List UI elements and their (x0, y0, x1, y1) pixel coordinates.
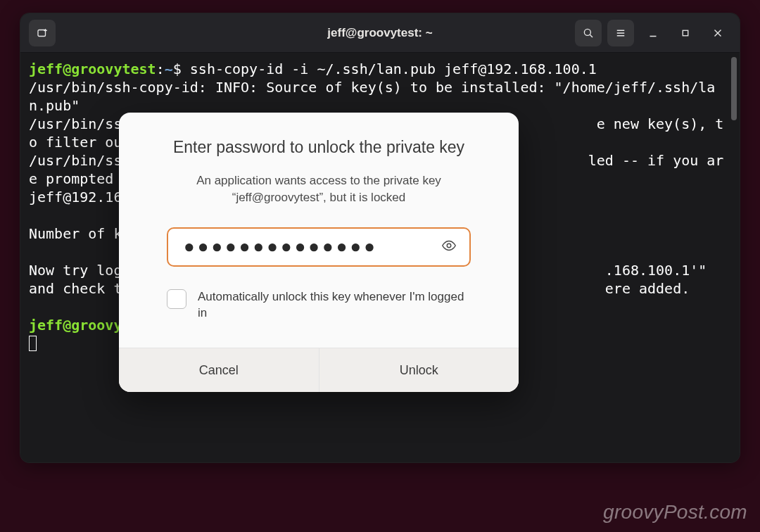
svg-rect-2 (683, 30, 688, 36)
scrollbar-thumb[interactable] (731, 57, 737, 120)
auto-unlock-label: Automatically unlock this key whenever I… (198, 289, 471, 322)
dialog-buttons: Cancel Unlock (119, 348, 519, 392)
term-line: and check t (29, 280, 122, 297)
term-line: Number of k (29, 225, 122, 242)
svg-point-1 (584, 29, 590, 35)
prompt-user-2: jeff@groovy (29, 317, 122, 334)
svg-point-3 (447, 243, 451, 248)
maximize-button[interactable] (672, 20, 699, 46)
prompt-sep: : (156, 61, 165, 77)
watermark: groovyPost.com (603, 501, 747, 524)
term-line: Now try log (29, 262, 122, 279)
titlebar: jeff@groovytest: ~ (20, 13, 740, 53)
prompt-dollar: $ (173, 61, 190, 77)
minimize-button[interactable] (640, 20, 666, 46)
cursor (29, 336, 37, 351)
show-password-button[interactable] (438, 236, 460, 258)
auto-unlock-checkbox[interactable] (167, 289, 186, 309)
eye-icon (441, 238, 457, 256)
password-field-wrapper (167, 227, 471, 267)
auto-unlock-row: Automatically unlock this key whenever I… (153, 286, 485, 336)
unlock-button[interactable]: Unlock (319, 348, 519, 392)
search-button[interactable] (575, 20, 602, 46)
close-button[interactable] (704, 20, 731, 46)
term-line: /usr/bin/ss (29, 152, 122, 169)
command-text: ssh-copy-id -i ~/.ssh/lan.pub jeff@192.1… (190, 61, 597, 77)
term-line: jeff@192.16 (29, 189, 122, 205)
dialog-subtitle: An application wants access to the priva… (153, 172, 485, 206)
term-line: /usr/bin/ssh-copy-id: INFO: Source of ke… (29, 79, 715, 114)
term-line: ere added. (605, 280, 690, 297)
menu-button[interactable] (607, 20, 634, 46)
prompt-path: ~ (165, 61, 173, 77)
term-line: /usr/bin/ss (29, 115, 122, 132)
term-line: .168.100.1'" (605, 262, 707, 279)
unlock-key-dialog: Enter password to unlock the private key… (119, 113, 519, 392)
dialog-title: Enter password to unlock the private key (153, 138, 485, 157)
cancel-button[interactable]: Cancel (119, 348, 319, 392)
password-input[interactable] (184, 236, 438, 258)
new-tab-button[interactable] (29, 20, 56, 46)
prompt-user: jeff@groovytest (29, 61, 156, 77)
